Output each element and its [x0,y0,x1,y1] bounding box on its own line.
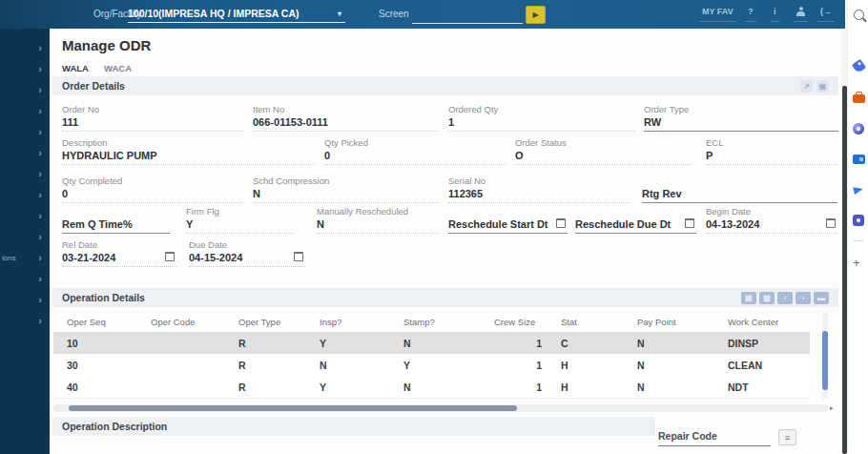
search-icon[interactable] [852,8,865,21]
field-firm-flg[interactable]: Firm FlgY [186,205,293,234]
menu-icon: ≡ [785,433,790,443]
info-button[interactable]: i [771,7,779,22]
table-row[interactable]: 40RYN1HNNDT [53,376,810,399]
field-item-no[interactable]: Item No066-01153-0111 [253,103,439,132]
sidebar-item[interactable]: › [0,271,50,286]
scrollbar-thumb[interactable] [69,405,517,411]
sidebar-item[interactable]: › [0,187,50,202]
cell-crew-size: 1 [481,382,548,393]
field-rel-date[interactable]: Rel Date03-21-2024 [62,238,176,267]
field-order-no[interactable]: Order No111 [62,103,243,132]
sidebar-item[interactable]: › [0,313,50,328]
table-vertical-scrollbar[interactable] [822,312,828,400]
delete-row-button[interactable]: ▥ [759,292,775,304]
page-prev-button[interactable]: ‹ [777,292,793,304]
field-serial-no[interactable]: Serial No112365 [448,175,630,203]
field-rtg-rev[interactable]: Rtg Rev [642,175,837,203]
chevron-right-icon: › [38,64,42,73]
cell-oper-seq: 10 [53,338,137,349]
user-button[interactable] [794,7,808,22]
column-header-insp[interactable]: Insp? [306,317,390,327]
calendar-icon[interactable] [165,252,175,261]
field-reschedule-due-dt[interactable]: Reschedule Due Dt [575,205,696,234]
calendar-icon[interactable] [294,252,303,261]
page-next-button[interactable]: › [796,292,811,304]
sidebar-item[interactable]: › [0,61,50,76]
table-row[interactable]: 10RYN1CNDINSP [53,332,810,355]
sidebar-item[interactable]: › [0,82,50,97]
field-value: 04-13-2024 [706,218,837,230]
more-button[interactable]: ▬ [814,292,829,304]
screen-input[interactable] [412,7,523,24]
field-ordered-qty[interactable]: Ordered Qty1 [448,103,634,132]
field-label: Reschedule Start Dt [448,218,568,230]
cell-pay-point: N [624,338,714,349]
sidebar-item[interactable]: › [0,166,50,181]
calendar-icon[interactable] [685,218,694,228]
column-header-work-center[interactable]: Work Center [714,317,810,327]
column-header-oper-seq[interactable]: Oper Seq [53,317,137,327]
column-header-oper-code[interactable]: Oper Code [137,317,225,327]
help-icon: ? [748,7,754,16]
scroll-right-arrow[interactable]: ▸ [830,404,834,412]
field-order-type[interactable]: Order TypeRW [644,103,838,132]
column-header-crew-size[interactable]: Crew Size [481,317,548,327]
field-rem-q-time[interactable]: Rem Q Time% [62,205,170,234]
expand-button[interactable]: ↗ [800,80,813,93]
sidebar-item[interactable]: › [0,124,50,139]
field-schd-compression[interactable]: Schd CompressionN [253,175,439,203]
left-sidebar: ››››››››››ions›››› [0,29,50,454]
field-begin-date[interactable]: Begin Date04-13-2024 [706,205,837,234]
add-icon[interactable]: + [853,256,860,270]
column-header-oper-type[interactable]: Oper Type [225,317,306,327]
org-facility-dropdown[interactable]: 100/10(IMPRESA HQ / IMPRESA CA) ▾ [128,5,345,23]
grid-view-button[interactable]: ▣ [816,80,829,93]
column-header-stamp[interactable]: Stamp? [390,317,481,327]
orbit-icon[interactable] [852,122,865,135]
field-order-status[interactable]: Order StatusO [515,136,692,165]
sidebar-item[interactable]: › [0,208,50,223]
scrollbar-thumb[interactable] [842,86,847,454]
sidebar-item[interactable]: › [0,229,50,244]
table-horizontal-scrollbar[interactable] [53,404,828,412]
scrollbar-thumb[interactable] [822,331,828,390]
toolbox-icon[interactable] [852,91,865,104]
wallet-icon-glyph [853,155,865,164]
field-description[interactable]: DescriptionHYDRAULIC PUMP [62,136,315,165]
field-reschedule-start-dt[interactable]: Reschedule Start Dt [448,205,568,234]
tag-icon[interactable] [852,59,865,72]
calendar-icon[interactable] [826,218,836,228]
logout-button[interactable]: (→ [817,7,835,22]
field-due-date[interactable]: Due Date04-15-2024 [189,238,305,267]
field-label: Rtg Rev [642,188,837,199]
calendar-icon[interactable] [556,218,566,228]
wallet-icon[interactable] [852,153,865,166]
help-button[interactable]: ? [745,7,756,22]
my-fav-button[interactable]: MY FAV [699,7,736,22]
sidebar-item[interactable]: › [0,292,50,307]
sidebar-item-ions[interactable]: ions› [0,250,50,265]
sidebar-item[interactable]: › [0,40,50,55]
column-header-pay-point[interactable]: Pay Point [624,317,714,327]
field-label: Begin Date [706,206,837,217]
table-row[interactable]: 30RNY1HNCLEAN [53,354,810,377]
run-button[interactable]: ▶ [526,6,546,24]
add-row-button[interactable]: ▤ [741,292,756,304]
field-qty-completed[interactable]: Qty Completed0 [62,175,243,203]
field-ecl[interactable]: ECLP [706,136,837,165]
field-label: Firm Flg [186,206,293,217]
delete-icon: ▥ [763,294,771,302]
toolbox-icon-glyph [853,94,865,103]
main-content: Manage ODR WALA WACA Order Details ↗ ▣ O… [50,29,842,454]
field-manually-rescheduled[interactable]: Manually RescheduledN [317,205,439,234]
screen-label: Screen [379,9,409,19]
chevron-right-icon: › [38,43,42,52]
sidebar-item[interactable]: › [0,103,50,118]
repair-code-field[interactable]: Repair Code [658,425,771,446]
send-icon[interactable] [852,183,865,196]
repair-code-lookup-button[interactable]: ≡ [778,429,796,445]
column-header-stat[interactable]: Stat [548,317,624,327]
sidebar-item[interactable]: › [0,145,50,160]
teams-icon[interactable] [852,214,865,227]
field-qty-picked[interactable]: Qty Picked0 [324,136,506,165]
